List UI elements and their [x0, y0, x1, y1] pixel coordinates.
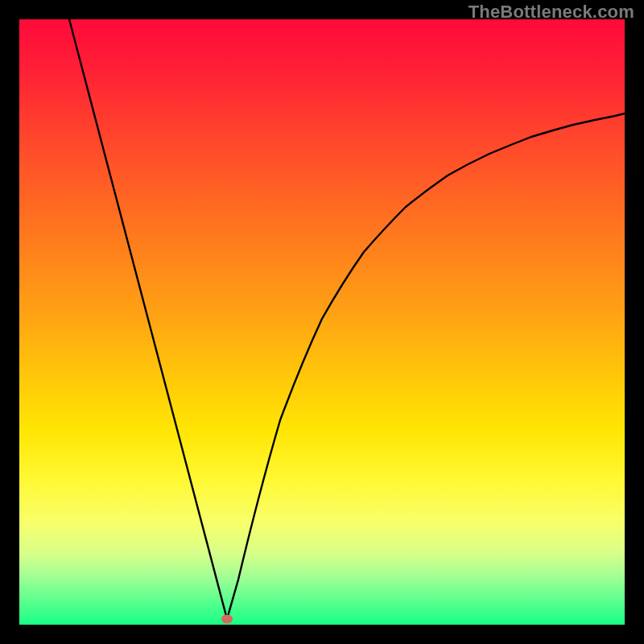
chart-frame: TheBottleneck.com — [0, 0, 644, 644]
plot-area — [19, 19, 625, 625]
curve-left-branch — [69, 19, 227, 619]
curve-right-branch — [227, 114, 625, 619]
bottleneck-curve — [19, 19, 625, 625]
minimum-marker — [221, 615, 233, 624]
